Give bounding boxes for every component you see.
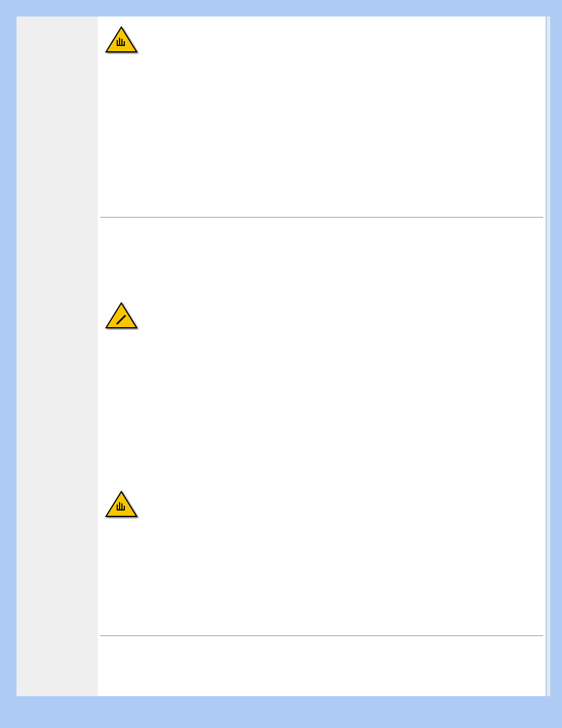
scrollbar-track[interactable] — [547, 17, 550, 696]
left-sidebar — [16, 17, 98, 696]
content-area — [98, 17, 546, 696]
warning-write-icon — [104, 302, 139, 330]
divider — [100, 217, 543, 218]
divider — [100, 635, 543, 636]
svg-marker-1 — [106, 303, 137, 328]
warning-hand-icon — [104, 490, 139, 519]
warning-hand-icon — [104, 26, 139, 54]
page-frame — [16, 17, 546, 696]
svg-point-2 — [117, 323, 118, 325]
